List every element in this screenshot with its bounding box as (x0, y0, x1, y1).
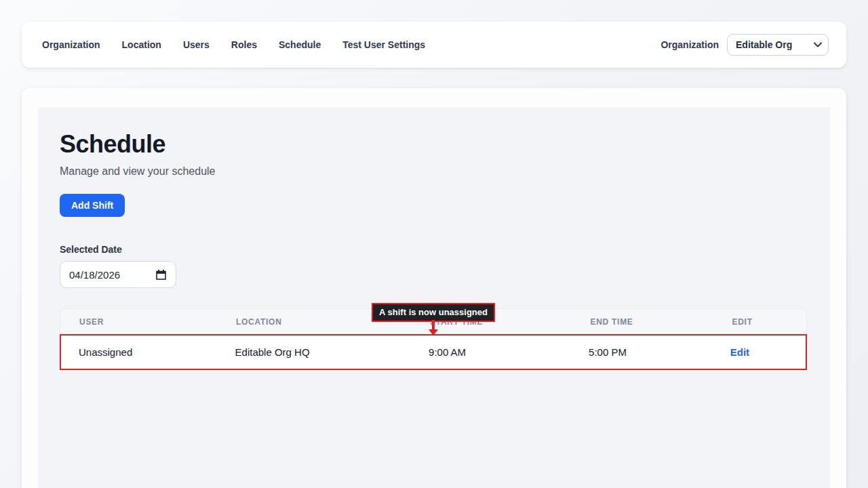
nav-menu: Organization Location Users Roles Schedu… (42, 39, 425, 50)
cell-location: Editable Org HQ (218, 346, 411, 358)
nav-item-schedule[interactable]: Schedule (279, 39, 321, 50)
organization-select[interactable]: Editable Org (728, 35, 828, 55)
nav-item-test-user-settings[interactable]: Test User Settings (342, 39, 425, 50)
annotation-arrowhead-icon (429, 329, 438, 336)
column-header-user: USER (60, 317, 217, 327)
annotation-arrow-icon (432, 320, 435, 330)
shifts-table: USER LOCATION START TIME END TIME EDIT U… (60, 308, 807, 370)
date-input[interactable] (69, 269, 151, 281)
organization-select-wrapper: Editable Org (727, 34, 829, 56)
table-row-highlighted: Unassigned Editable Org HQ 9:00 AM 5:00 … (60, 334, 807, 370)
cell-end-time: 5:00 PM (571, 346, 713, 358)
page-title: Schedule (60, 130, 808, 159)
annotation-tooltip: A shift is now unassigned (372, 303, 495, 322)
add-shift-button[interactable]: Add Shift (60, 194, 125, 217)
schedule-card: Schedule Manage and view your schedule A… (22, 88, 846, 488)
column-header-edit: EDIT (713, 317, 807, 327)
nav-item-users[interactable]: Users (183, 39, 210, 50)
page-subtitle: Manage and view your schedule (60, 165, 808, 178)
cell-user: Unassigned (61, 346, 218, 358)
nav-item-organization[interactable]: Organization (42, 39, 100, 50)
nav-item-roles[interactable]: Roles (231, 39, 257, 50)
top-navbar: Organization Location Users Roles Schedu… (22, 22, 846, 68)
column-header-end-time: END TIME (572, 317, 713, 327)
organization-select-label: Organization (660, 39, 719, 50)
edit-shift-link[interactable]: Edit (730, 346, 749, 358)
calendar-icon[interactable] (155, 269, 167, 281)
date-input-wrapper (60, 261, 176, 288)
nav-item-location[interactable]: Location (122, 39, 161, 50)
cell-start-time: 9:00 AM (411, 346, 571, 358)
schedule-panel: Schedule Manage and view your schedule A… (38, 107, 830, 488)
selected-date-label: Selected Date (60, 244, 808, 255)
